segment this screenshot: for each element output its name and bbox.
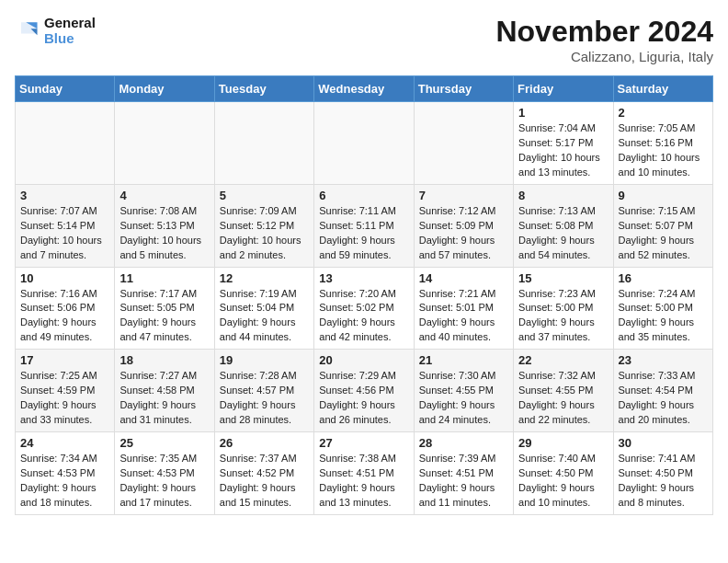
day-number: 22 xyxy=(518,353,608,367)
day-number: 1 xyxy=(518,106,608,120)
calendar-cell xyxy=(314,102,414,185)
day-info: Sunrise: 7:34 AMSunset: 4:53 PMDaylight:… xyxy=(20,452,109,511)
day-number: 2 xyxy=(619,106,708,120)
calendar-cell: 12Sunrise: 7:19 AMSunset: 5:04 PMDayligh… xyxy=(214,267,313,350)
day-info: Sunrise: 7:28 AMSunset: 4:57 PMDaylight:… xyxy=(220,369,309,428)
calendar-week-1: 1Sunrise: 7:04 AMSunset: 5:17 PMDaylight… xyxy=(16,102,713,185)
day-info: Sunrise: 7:21 AMSunset: 5:01 PMDaylight:… xyxy=(419,287,508,346)
calendar-cell xyxy=(214,102,313,185)
day-number: 21 xyxy=(419,353,508,367)
title-area: November 2024 Calizzano, Liguria, Italy xyxy=(495,15,713,64)
day-number: 13 xyxy=(319,271,408,285)
calendar-cell: 5Sunrise: 7:09 AMSunset: 5:12 PMDaylight… xyxy=(214,184,313,267)
day-number: 30 xyxy=(619,436,708,450)
day-info: Sunrise: 7:24 AMSunset: 5:00 PMDaylight:… xyxy=(619,287,708,346)
day-info: Sunrise: 7:17 AMSunset: 5:05 PMDaylight:… xyxy=(119,287,209,346)
day-number: 6 xyxy=(319,189,408,202)
day-number: 17 xyxy=(20,353,109,367)
calendar-cell: 14Sunrise: 7:21 AMSunset: 5:01 PMDayligh… xyxy=(414,267,513,350)
calendar-week-5: 24Sunrise: 7:34 AMSunset: 4:53 PMDayligh… xyxy=(16,432,713,515)
day-number: 7 xyxy=(419,189,508,202)
day-number: 11 xyxy=(119,271,209,285)
day-info: Sunrise: 7:07 AMSunset: 5:14 PMDaylight:… xyxy=(20,204,109,263)
day-info: Sunrise: 7:29 AMSunset: 4:56 PMDaylight:… xyxy=(319,369,408,428)
calendar-cell: 9Sunrise: 7:15 AMSunset: 5:07 PMDaylight… xyxy=(613,184,712,267)
day-info: Sunrise: 7:19 AMSunset: 5:04 PMDaylight:… xyxy=(220,287,309,346)
calendar-cell: 18Sunrise: 7:27 AMSunset: 4:58 PMDayligh… xyxy=(115,350,214,432)
calendar-week-4: 17Sunrise: 7:25 AMSunset: 4:59 PMDayligh… xyxy=(16,350,713,432)
calendar-cell: 1Sunrise: 7:04 AMSunset: 5:17 PMDaylight… xyxy=(514,102,613,185)
day-number: 5 xyxy=(220,189,309,202)
header-saturday: Saturday xyxy=(613,76,712,102)
logo-text: General Blue xyxy=(44,15,96,46)
day-number: 24 xyxy=(20,436,109,450)
calendar-cell: 20Sunrise: 7:29 AMSunset: 4:56 PMDayligh… xyxy=(314,350,414,432)
day-number: 26 xyxy=(220,436,309,450)
calendar-cell: 3Sunrise: 7:07 AMSunset: 5:14 PMDaylight… xyxy=(16,184,115,267)
day-number: 8 xyxy=(518,189,608,202)
month-title: November 2024 xyxy=(495,15,713,49)
day-info: Sunrise: 7:25 AMSunset: 4:59 PMDaylight:… xyxy=(20,369,109,428)
calendar-cell: 6Sunrise: 7:11 AMSunset: 5:11 PMDaylight… xyxy=(314,184,414,267)
header-sunday: Sunday xyxy=(16,76,115,102)
day-info: Sunrise: 7:12 AMSunset: 5:09 PMDaylight:… xyxy=(419,204,508,263)
day-number: 3 xyxy=(20,189,109,202)
day-info: Sunrise: 7:16 AMSunset: 5:06 PMDaylight:… xyxy=(20,287,109,346)
day-info: Sunrise: 7:30 AMSunset: 4:55 PMDaylight:… xyxy=(419,369,508,428)
day-info: Sunrise: 7:38 AMSunset: 4:51 PMDaylight:… xyxy=(319,452,408,511)
calendar-cell: 24Sunrise: 7:34 AMSunset: 4:53 PMDayligh… xyxy=(16,432,115,515)
day-number: 10 xyxy=(20,271,109,285)
calendar-header: Sunday Monday Tuesday Wednesday Thursday… xyxy=(16,76,713,102)
day-number: 29 xyxy=(518,436,608,450)
calendar-cell xyxy=(115,102,214,185)
calendar-table: Sunday Monday Tuesday Wednesday Thursday… xyxy=(15,75,713,515)
calendar-cell: 10Sunrise: 7:16 AMSunset: 5:06 PMDayligh… xyxy=(16,267,115,350)
day-info: Sunrise: 7:23 AMSunset: 5:00 PMDaylight:… xyxy=(518,287,608,346)
calendar-cell: 7Sunrise: 7:12 AMSunset: 5:09 PMDaylight… xyxy=(414,184,513,267)
calendar-cell: 21Sunrise: 7:30 AMSunset: 4:55 PMDayligh… xyxy=(414,350,513,432)
calendar-cell: 13Sunrise: 7:20 AMSunset: 5:02 PMDayligh… xyxy=(314,267,414,350)
calendar-body: 1Sunrise: 7:04 AMSunset: 5:17 PMDaylight… xyxy=(16,102,713,515)
day-info: Sunrise: 7:32 AMSunset: 4:55 PMDaylight:… xyxy=(518,369,608,428)
calendar-week-3: 10Sunrise: 7:16 AMSunset: 5:06 PMDayligh… xyxy=(16,267,713,350)
calendar-cell: 17Sunrise: 7:25 AMSunset: 4:59 PMDayligh… xyxy=(16,350,115,432)
calendar-cell: 2Sunrise: 7:05 AMSunset: 5:16 PMDaylight… xyxy=(613,102,712,185)
day-number: 9 xyxy=(619,189,708,202)
logo-icon xyxy=(15,17,40,43)
day-number: 15 xyxy=(518,271,608,285)
day-info: Sunrise: 7:41 AMSunset: 4:50 PMDaylight:… xyxy=(619,452,708,511)
header-monday: Monday xyxy=(115,76,214,102)
day-number: 12 xyxy=(220,271,309,285)
day-number: 23 xyxy=(619,353,708,367)
logo: General Blue xyxy=(15,15,96,46)
day-info: Sunrise: 7:39 AMSunset: 4:51 PMDaylight:… xyxy=(419,452,508,511)
day-info: Sunrise: 7:33 AMSunset: 4:54 PMDaylight:… xyxy=(619,369,708,428)
header-row: Sunday Monday Tuesday Wednesday Thursday… xyxy=(16,76,713,102)
header: General Blue November 2024 Calizzano, Li… xyxy=(15,15,713,64)
header-wednesday: Wednesday xyxy=(314,76,414,102)
calendar-cell: 19Sunrise: 7:28 AMSunset: 4:57 PMDayligh… xyxy=(214,350,313,432)
day-number: 28 xyxy=(419,436,508,450)
calendar-cell: 29Sunrise: 7:40 AMSunset: 4:50 PMDayligh… xyxy=(514,432,613,515)
day-number: 19 xyxy=(220,353,309,367)
calendar-cell xyxy=(16,102,115,185)
day-info: Sunrise: 7:37 AMSunset: 4:52 PMDaylight:… xyxy=(220,452,309,511)
day-info: Sunrise: 7:09 AMSunset: 5:12 PMDaylight:… xyxy=(220,204,309,263)
calendar-cell: 16Sunrise: 7:24 AMSunset: 5:00 PMDayligh… xyxy=(613,267,712,350)
day-number: 20 xyxy=(319,353,408,367)
header-friday: Friday xyxy=(514,76,613,102)
calendar-cell: 28Sunrise: 7:39 AMSunset: 4:51 PMDayligh… xyxy=(414,432,513,515)
day-number: 18 xyxy=(119,353,209,367)
day-info: Sunrise: 7:05 AMSunset: 5:16 PMDaylight:… xyxy=(619,121,708,180)
day-info: Sunrise: 7:08 AMSunset: 5:13 PMDaylight:… xyxy=(119,204,209,263)
day-number: 14 xyxy=(419,271,508,285)
calendar-cell: 25Sunrise: 7:35 AMSunset: 4:53 PMDayligh… xyxy=(115,432,214,515)
calendar-cell: 27Sunrise: 7:38 AMSunset: 4:51 PMDayligh… xyxy=(314,432,414,515)
calendar-cell: 30Sunrise: 7:41 AMSunset: 4:50 PMDayligh… xyxy=(613,432,712,515)
subtitle: Calizzano, Liguria, Italy xyxy=(495,49,713,64)
calendar-cell: 11Sunrise: 7:17 AMSunset: 5:05 PMDayligh… xyxy=(115,267,214,350)
calendar-week-2: 3Sunrise: 7:07 AMSunset: 5:14 PMDaylight… xyxy=(16,184,713,267)
day-info: Sunrise: 7:27 AMSunset: 4:58 PMDaylight:… xyxy=(119,369,209,428)
day-info: Sunrise: 7:11 AMSunset: 5:11 PMDaylight:… xyxy=(319,204,408,263)
day-info: Sunrise: 7:04 AMSunset: 5:17 PMDaylight:… xyxy=(518,121,608,180)
